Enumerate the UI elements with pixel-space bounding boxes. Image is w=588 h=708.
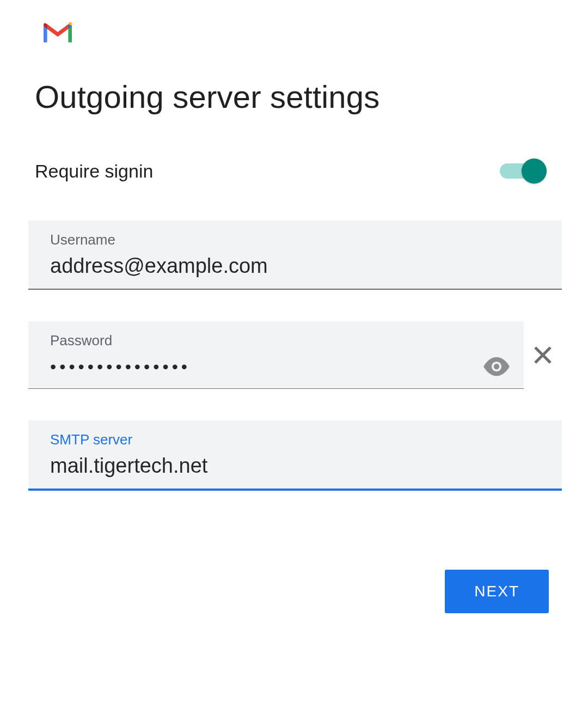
username-field[interactable]: Username address@example.com [28, 221, 562, 290]
svg-point-1 [494, 364, 499, 369]
require-signin-row: Require signin [35, 158, 555, 184]
outgoing-server-settings-screen: Outgoing server settings Require signin … [0, 0, 588, 708]
gmail-logo-icon [41, 20, 74, 45]
eye-icon[interactable] [482, 357, 511, 376]
username-value: address@example.com [50, 254, 540, 279]
next-button[interactable]: NEXT [445, 570, 549, 613]
require-signin-toggle[interactable] [500, 158, 547, 184]
username-label: Username [50, 231, 540, 248]
smtp-server-label: SMTP server [50, 431, 540, 448]
smtp-server-value: mail.tigertech.net [50, 454, 540, 479]
password-value: ••••••••••••••• [50, 355, 191, 379]
clear-password-button[interactable] [524, 344, 562, 367]
smtp-server-field[interactable]: SMTP server mail.tigertech.net [28, 420, 562, 491]
password-label: Password [50, 332, 511, 349]
toggle-thumb [522, 158, 547, 184]
password-field[interactable]: Password ••••••••••••••• [28, 321, 524, 389]
page-title: Outgoing server settings [35, 78, 555, 115]
footer: NEXT [445, 570, 549, 613]
require-signin-label: Require signin [35, 161, 153, 182]
password-row: Password ••••••••••••••• [28, 321, 562, 389]
close-icon [531, 344, 554, 367]
